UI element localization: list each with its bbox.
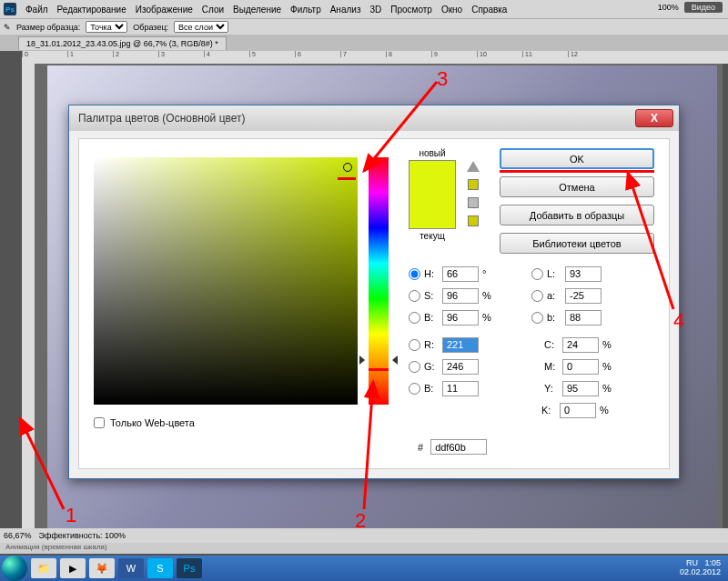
app-icon: Ps: [4, 3, 16, 15]
a-input[interactable]: [565, 288, 602, 304]
l-input[interactable]: [565, 266, 602, 282]
dialog-title: Палитра цветов (Основной цвет): [69, 105, 679, 131]
taskbar-explorer-icon[interactable]: 📁: [31, 558, 56, 578]
g-radio[interactable]: [409, 361, 420, 373]
new-color-label: новый: [409, 148, 456, 158]
b-radio[interactable]: [409, 312, 420, 324]
menu-image[interactable]: Изображение: [136, 5, 193, 15]
taskbar-firefox-icon[interactable]: 🦊: [89, 558, 115, 578]
taskbar-word-icon[interactable]: W: [118, 558, 144, 578]
status-zoom[interactable]: 66,67%: [4, 531, 32, 540]
menu-file[interactable]: Файл: [25, 5, 48, 15]
options-bar: ✎ Размер образца: Точка Образец: Все сло…: [0, 18, 728, 35]
annotation-mark: [338, 177, 356, 180]
m-input[interactable]: [562, 359, 599, 375]
lab-b-input[interactable]: [565, 310, 602, 326]
c-input[interactable]: [562, 337, 599, 353]
menu-view[interactable]: Просмотр: [390, 5, 432, 15]
color-picker-dialog: Палитра цветов (Основной цвет) X Только …: [68, 105, 680, 479]
cancel-button[interactable]: Отмена: [500, 176, 654, 197]
gamut-warning-icon[interactable]: [467, 161, 480, 172]
menu-edit[interactable]: Редактирование: [57, 5, 126, 15]
color-libraries-button[interactable]: Библиотеки цветов: [500, 233, 654, 254]
web-colors-checkbox-row: Только Web-цвета: [94, 417, 195, 428]
system-tray[interactable]: RU 1:05 02.02.2012: [680, 559, 728, 577]
lab-b-label: b:: [547, 312, 565, 323]
annotation-2: 2: [355, 509, 366, 533]
workspace-video[interactable]: Видео: [684, 2, 723, 13]
b-rgb-radio[interactable]: [409, 383, 420, 395]
b-input[interactable]: [442, 310, 479, 326]
dialog-buttons: OK Отмена Добавить в образцы Библиотеки …: [500, 148, 654, 254]
menu-layers[interactable]: Слои: [202, 5, 224, 15]
menu-analysis[interactable]: Анализ: [330, 5, 361, 15]
h-radio[interactable]: [409, 268, 420, 280]
s-radio[interactable]: [409, 290, 420, 302]
k-label: K:: [541, 405, 560, 416]
lab-b-radio[interactable]: [531, 312, 543, 324]
ruler-horizontal: 0123456789101112: [22, 51, 728, 64]
web-colors-label: Только Web-цвета: [110, 417, 195, 428]
animation-panel-tab[interactable]: Анимация (временная шкала): [0, 543, 728, 554]
annotation-3: 3: [437, 67, 448, 91]
menu-bar: Ps Файл Редактирование Изображение Слои …: [0, 0, 728, 18]
menu-help[interactable]: Справка: [471, 5, 507, 15]
web-colors-checkbox[interactable]: [94, 417, 105, 428]
hex-input[interactable]: [430, 439, 487, 455]
tray-lang[interactable]: RU: [686, 558, 698, 567]
menu-filter[interactable]: Фильтр: [290, 5, 321, 15]
r-label: R:: [424, 339, 442, 350]
menu-select[interactable]: Выделение: [233, 5, 281, 15]
c-label: C:: [544, 339, 562, 350]
hex-row: #: [418, 439, 487, 455]
color-value-fields: H: ° L: S: % a: B: % b: R: C:%: [409, 263, 615, 421]
add-to-swatches-button[interactable]: Добавить в образцы: [500, 205, 654, 225]
gamut-swatch[interactable]: [468, 179, 479, 190]
dialog-close-button[interactable]: X: [635, 109, 673, 127]
b-label: B:: [424, 312, 442, 323]
hue-cursor-icon: [363, 356, 394, 365]
preview-swatch[interactable]: [409, 160, 456, 229]
k-input[interactable]: [560, 403, 596, 418]
s-label: S:: [424, 290, 442, 301]
taskbar-wmp-icon[interactable]: ▶: [60, 558, 86, 578]
menu-3d[interactable]: 3D: [369, 5, 381, 15]
color-preview: новый текущ: [409, 148, 456, 241]
websafe-warning-icon[interactable]: [468, 197, 479, 208]
color-warnings: [467, 161, 480, 226]
r-input[interactable]: [442, 337, 479, 353]
m-label: M:: [544, 361, 562, 372]
document-tab[interactable]: 18_31.01.2012_23.43.05.jpg @ 66,7% (3, R…: [18, 36, 227, 50]
a-label: a:: [547, 290, 565, 301]
y-label: Y:: [544, 383, 562, 394]
opt-sample-label: Образец:: [133, 23, 168, 32]
h-input[interactable]: [442, 266, 479, 282]
saturation-value-canvas[interactable]: [94, 157, 358, 405]
annotation-mark: [369, 368, 389, 371]
opt-size-select[interactable]: Точка: [86, 21, 127, 33]
g-input[interactable]: [442, 359, 479, 375]
windows-taskbar: 📁 ▶ 🦊 W S Ps RU 1:05 02.02.2012: [0, 556, 728, 581]
a-radio[interactable]: [531, 290, 543, 302]
l-radio[interactable]: [531, 268, 543, 280]
l-label: L:: [547, 268, 565, 279]
opt-size-label: Размер образца:: [16, 23, 80, 32]
start-button[interactable]: [2, 556, 27, 581]
tray-time: 1:05: [704, 558, 721, 567]
b-rgb-input[interactable]: [442, 381, 479, 396]
current-color-label: текущ: [409, 231, 456, 241]
taskbar-photoshop-icon[interactable]: Ps: [177, 558, 202, 578]
status-efficiency: Эффективность: 100%: [39, 531, 126, 540]
zoom-value[interactable]: 100%: [658, 3, 679, 12]
photoshop-window: Ps Файл Редактирование Изображение Слои …: [0, 0, 728, 581]
taskbar-skype-icon[interactable]: S: [147, 558, 173, 578]
ok-button[interactable]: OK: [500, 148, 654, 169]
websafe-swatch[interactable]: [468, 215, 479, 226]
r-radio[interactable]: [409, 339, 420, 351]
annotation-mark: [500, 170, 654, 173]
opt-sample-select[interactable]: Все слои: [174, 21, 228, 33]
y-input[interactable]: [562, 381, 599, 396]
s-input[interactable]: [442, 288, 479, 304]
annotation-1: 1: [66, 504, 76, 527]
menu-window[interactable]: Окно: [441, 5, 462, 15]
